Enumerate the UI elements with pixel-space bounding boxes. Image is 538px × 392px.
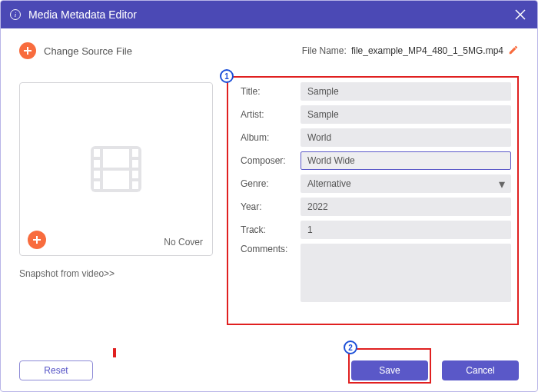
- title-input[interactable]: [301, 82, 511, 101]
- top-row: Change Source File File Name: file_examp…: [19, 42, 519, 59]
- cover-column: No Cover Snapshot from video>>: [19, 68, 213, 314]
- genre-select[interactable]: [301, 174, 511, 193]
- comments-label: Comments:: [241, 244, 301, 254]
- metadata-editor-window: i Media Metadata Editor Change Source Fi…: [0, 0, 538, 392]
- svg-rect-10: [132, 160, 138, 168]
- track-label: Track:: [241, 224, 301, 235]
- composer-input[interactable]: [301, 151, 511, 170]
- cover-art-box[interactable]: No Cover: [19, 82, 213, 256]
- album-label: Album:: [241, 132, 301, 143]
- svg-rect-13: [103, 149, 129, 168]
- track-input[interactable]: [301, 221, 511, 239]
- filename-label: File Name:: [302, 45, 347, 56]
- svg-rect-7: [94, 171, 100, 178]
- reset-button[interactable]: Reset: [19, 360, 93, 380]
- svg-rect-12: [132, 181, 138, 189]
- titlebar: i Media Metadata Editor: [1, 1, 537, 28]
- svg-rect-14: [103, 171, 129, 189]
- cancel-button[interactable]: Cancel: [442, 360, 519, 380]
- svg-rect-11: [132, 171, 138, 178]
- svg-rect-6: [94, 160, 100, 168]
- annotation-badge-2: 2: [344, 341, 357, 354]
- window-title: Media Metadata Editor: [28, 8, 137, 21]
- save-button[interactable]: Save: [351, 360, 428, 380]
- title-label: Title:: [241, 86, 301, 97]
- year-label: Year:: [241, 201, 301, 212]
- rename-button[interactable]: [508, 45, 519, 58]
- filename-value: file_example_MP4_480_1_5MG.mp4: [351, 45, 503, 56]
- year-input[interactable]: [301, 198, 511, 216]
- composer-label: Composer:: [241, 155, 301, 166]
- change-source-link[interactable]: Change Source File: [44, 45, 132, 57]
- album-input[interactable]: [301, 128, 511, 147]
- svg-rect-9: [132, 149, 138, 157]
- form-column: 1 Title: Artist: Album:: [227, 68, 519, 314]
- artist-label: Artist:: [241, 109, 301, 120]
- plus-icon: [23, 46, 32, 55]
- close-icon: [515, 9, 526, 20]
- plus-icon: [32, 235, 42, 244]
- pencil-icon: [508, 45, 519, 55]
- annotation-badge-1: 1: [220, 69, 234, 83]
- svg-rect-5: [94, 149, 100, 157]
- svg-rect-8: [94, 181, 100, 189]
- add-cover-button[interactable]: [28, 231, 46, 249]
- genre-label: Genre:: [241, 178, 301, 189]
- footer: Reset 2 Save Cancel: [19, 360, 519, 380]
- info-icon: i: [10, 9, 21, 20]
- close-button[interactable]: [513, 7, 528, 22]
- no-cover-label: No Cover: [164, 237, 203, 247]
- film-placeholder-icon: [81, 141, 151, 197]
- change-source-plus-button[interactable]: [19, 42, 36, 59]
- annotation-mark: [113, 348, 116, 357]
- filename-group: File Name: file_example_MP4_480_1_5MG.mp…: [302, 45, 519, 58]
- comments-textarea[interactable]: [301, 244, 511, 302]
- snapshot-from-video-link[interactable]: Snapshot from video>>: [19, 268, 213, 279]
- artist-input[interactable]: [301, 105, 511, 124]
